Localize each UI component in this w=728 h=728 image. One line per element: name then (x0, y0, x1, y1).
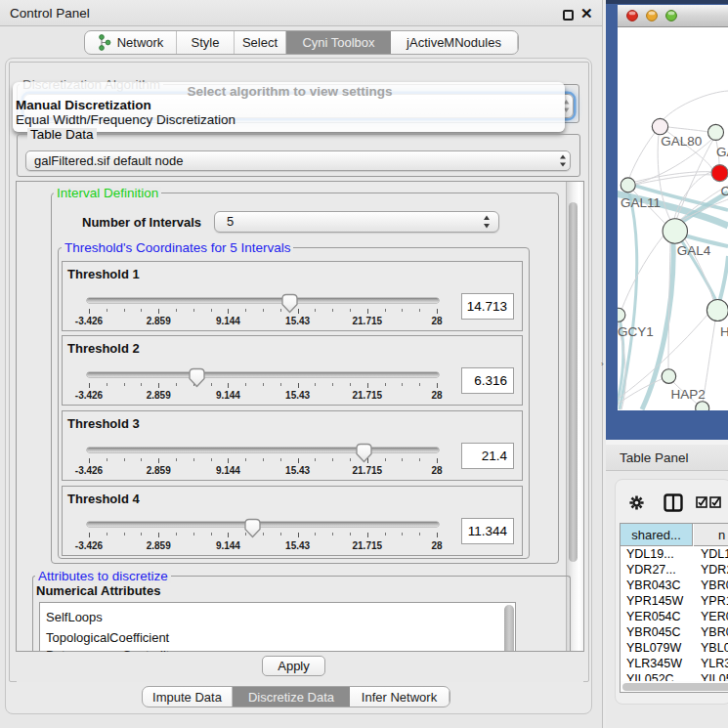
svg-text:GAL4: GAL4 (677, 243, 711, 258)
svg-text:GA: GA (716, 145, 728, 159)
svg-text:GAL11: GAL11 (621, 195, 661, 210)
svg-text:HAP2: HAP2 (671, 387, 706, 402)
svg-text:H: H (720, 324, 728, 339)
svg-text:GCY1: GCY1 (618, 324, 654, 339)
svg-text:C: C (721, 184, 728, 198)
svg-text:GAL80: GAL80 (661, 134, 702, 149)
